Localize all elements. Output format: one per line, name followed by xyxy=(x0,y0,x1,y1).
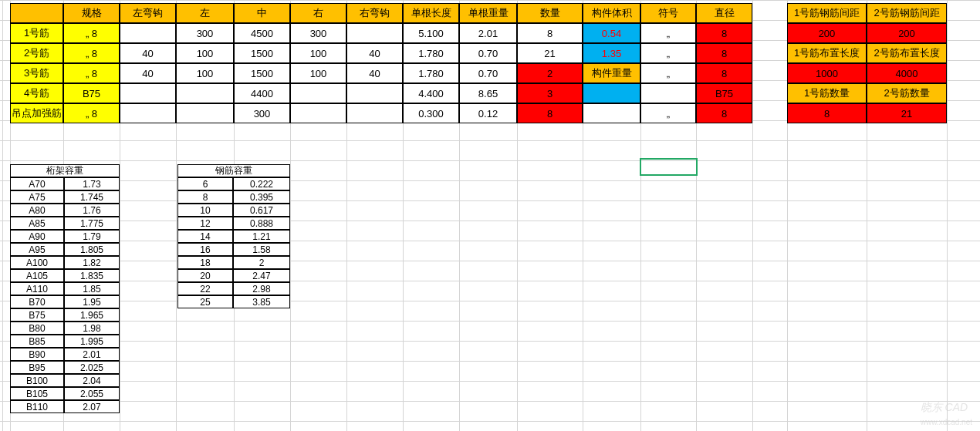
cell[interactable] xyxy=(290,103,346,123)
cell[interactable]: 300 xyxy=(176,23,234,43)
cell[interactable]: 100 xyxy=(176,63,234,83)
cell[interactable]: 中 xyxy=(234,3,290,23)
cell[interactable]: 2 xyxy=(517,63,583,83)
cell[interactable]: 40 xyxy=(120,63,176,83)
cell[interactable]: 4500 xyxy=(234,23,290,43)
cell[interactable]: 1.780 xyxy=(403,63,459,83)
cell[interactable]: B75 xyxy=(63,83,120,103)
cell[interactable]: 符号 xyxy=(640,3,696,23)
cell[interactable] xyxy=(346,103,403,123)
cell[interactable]: 2号筋 xyxy=(10,43,63,63)
cell[interactable]: „ xyxy=(640,103,696,123)
cell[interactable]: 8 xyxy=(517,23,583,43)
cell[interactable] xyxy=(120,103,176,123)
cell[interactable]: 8 xyxy=(517,103,583,123)
cell[interactable] xyxy=(640,83,696,103)
cell[interactable]: 单根长度 xyxy=(403,3,459,23)
cell[interactable]: 数量 xyxy=(517,3,583,23)
cell[interactable] xyxy=(290,83,346,103)
cell[interactable]: 4400 xyxy=(234,83,290,103)
cell[interactable]: 右 xyxy=(290,3,346,23)
spreadsheet-grid[interactable]: 规格左弯钩左中右右弯钩单根长度单根重量数量构件体积符号直径1号筋„ 830045… xyxy=(0,0,980,431)
cell[interactable]: 1500 xyxy=(234,63,290,83)
cell[interactable]: 1000 xyxy=(787,63,867,83)
cell[interactable]: „ xyxy=(640,63,696,83)
cell[interactable]: 规格 xyxy=(63,3,120,23)
cell[interactable] xyxy=(120,83,176,103)
cell[interactable]: 3号筋 xyxy=(10,63,63,83)
cell[interactable]: 300 xyxy=(290,23,346,43)
cell[interactable]: 40 xyxy=(346,63,403,83)
cell[interactable] xyxy=(120,23,176,43)
cell[interactable]: 8.65 xyxy=(459,83,517,103)
watermark: 晓东 CAD www.xdcad.net xyxy=(921,401,972,427)
cell[interactable]: 吊点加强筋 xyxy=(10,103,63,123)
cell[interactable]: 单根重量 xyxy=(459,3,517,23)
cell[interactable]: 左弯钩 xyxy=(120,3,176,23)
cell[interactable] xyxy=(176,103,234,123)
cell[interactable]: 5.100 xyxy=(403,23,459,43)
cell[interactable]: 40 xyxy=(346,43,403,63)
cell[interactable]: B75 xyxy=(696,83,752,103)
cell[interactable]: 21 xyxy=(517,43,583,63)
cell[interactable]: 8 xyxy=(696,63,752,83)
cell[interactable] xyxy=(346,23,403,43)
cell[interactable]: „ 8 xyxy=(63,23,120,43)
cell[interactable]: 200 xyxy=(787,23,867,43)
cell[interactable]: 4000 xyxy=(867,63,947,83)
selected-cell xyxy=(640,158,698,176)
cell[interactable]: 8 xyxy=(696,23,752,43)
cell[interactable] xyxy=(176,83,234,103)
cell[interactable]: 1号筋 xyxy=(10,23,63,43)
cell[interactable]: 0.54 xyxy=(583,23,640,43)
cell[interactable] xyxy=(583,103,640,123)
cell[interactable]: 100 xyxy=(290,43,346,63)
cell[interactable] xyxy=(10,3,63,23)
cell[interactable]: 4号筋 xyxy=(10,83,63,103)
cell[interactable]: 2号筋布置长度 xyxy=(867,43,947,63)
cell[interactable] xyxy=(346,83,403,103)
cell[interactable]: 3 xyxy=(517,83,583,103)
cell[interactable]: „ 8 xyxy=(63,43,120,63)
cell[interactable]: 2号筋数量 xyxy=(867,83,947,103)
cell[interactable]: „ xyxy=(640,43,696,63)
cell[interactable]: 0.70 xyxy=(459,63,517,83)
cell[interactable]: 直径 xyxy=(696,3,752,23)
cell[interactable]: 0.300 xyxy=(403,103,459,123)
cell[interactable] xyxy=(583,83,640,103)
cell[interactable]: 右弯钩 xyxy=(346,3,403,23)
cell[interactable]: 1号筋钢筋间距 xyxy=(787,3,867,23)
cell[interactable]: 左 xyxy=(176,3,234,23)
cell[interactable]: 2号筋钢筋间距 xyxy=(867,3,947,23)
cell[interactable]: 1.780 xyxy=(403,43,459,63)
cell[interactable]: 100 xyxy=(290,63,346,83)
cell[interactable]: 0.12 xyxy=(459,103,517,123)
truss-table: 桁架容重A701.73A751.745A801.76A851.775A901.7… xyxy=(10,164,120,413)
cell[interactable]: 1号筋布置长度 xyxy=(787,43,867,63)
cell[interactable]: 300 xyxy=(234,103,290,123)
rebar-table: 钢筋容重60.22280.395100.617120.888141.21161.… xyxy=(177,164,290,308)
cell[interactable]: 1号筋数量 xyxy=(787,83,867,103)
cell[interactable]: 1500 xyxy=(234,43,290,63)
cell[interactable]: 21 xyxy=(867,103,947,123)
cell[interactable]: 8 xyxy=(787,103,867,123)
cell[interactable]: „ xyxy=(640,23,696,43)
cell[interactable]: 0.70 xyxy=(459,43,517,63)
cell[interactable]: 200 xyxy=(867,23,947,43)
cell[interactable]: 2.01 xyxy=(459,23,517,43)
cell[interactable]: „ 8 xyxy=(63,103,120,123)
cell[interactable]: 8 xyxy=(696,43,752,63)
cell[interactable]: 构件体积 xyxy=(583,3,640,23)
cell[interactable]: 1.35 xyxy=(583,43,640,63)
cell[interactable]: 100 xyxy=(176,43,234,63)
cell[interactable]: 40 xyxy=(120,43,176,63)
cell[interactable]: 4.400 xyxy=(403,83,459,103)
cell[interactable]: 构件重量 xyxy=(583,63,640,83)
cell[interactable]: 8 xyxy=(696,103,752,123)
cell[interactable]: „ 8 xyxy=(63,63,120,83)
